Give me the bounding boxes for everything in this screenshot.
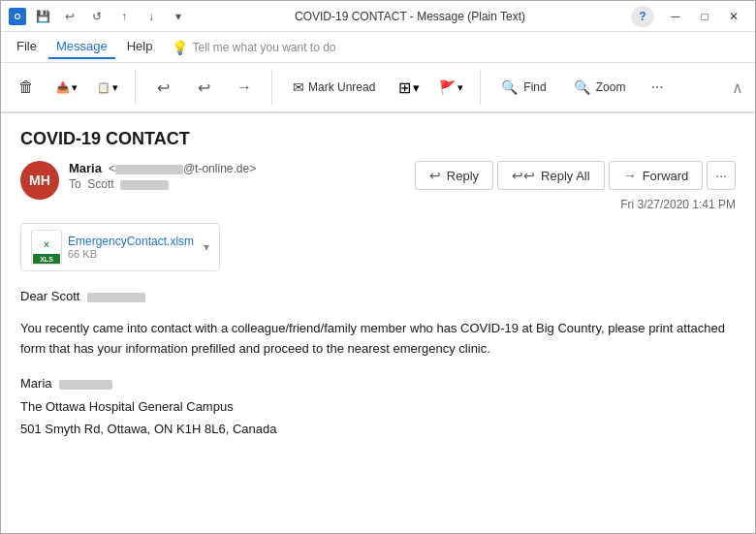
quick-access-dropdown[interactable]: ▾ [168,6,189,27]
forward-arrow-icon: → [623,168,637,183]
more-email-actions-button[interactable]: ··· [707,161,736,190]
sender-to-line: To Scott [69,177,256,191]
maximize-button[interactable]: □ [691,6,718,27]
undo-icon: ↩ [157,79,170,97]
undo-quick-btn[interactable]: ↩ [59,6,80,27]
reply-label: Reply [447,169,479,183]
mark-unread-label: Mark Unread [308,80,375,94]
redo-icon: ↩ [198,79,210,97]
reply-icon: ↩ [429,168,441,183]
email-redacted [115,165,183,174]
sender-name-line: Maria <@t-online.de> [69,161,256,175]
file-icon: XLS X [31,230,62,265]
xls-label: XLS [40,256,53,263]
outlook-icon: O [9,8,26,25]
reply-all-button[interactable]: ↩↩ Reply All [497,161,605,190]
email-greeting: Dear Scott [20,287,736,307]
help-icon: ? [631,6,654,27]
email-signature: Maria The Ottawa Hospital General Campus… [20,372,736,440]
sig-name-redacted [59,380,112,390]
minimize-button[interactable]: ─ [662,6,689,27]
move-icon: 📋 [97,81,110,94]
next-item-btn[interactable]: ↓ [141,6,162,27]
to-name-redacted [120,180,169,190]
action-buttons: ↩ Reply ↩↩ Reply All → Forward ··· [415,161,736,190]
reply-button[interactable]: ↩ Reply [415,161,493,190]
zoom-icon: 🔍 [574,79,590,95]
sender-section: MH Maria <@t-online.de> To Scott [20,161,256,200]
sig-org: The Ottawa Hospital General Campus [20,395,736,418]
archive-icon: 📥 [56,81,70,94]
sender-info: Maria <@t-online.de> To Scott [69,161,256,191]
reply-all-label: Reply All [541,169,590,183]
zoom-button[interactable]: 🔍 Zoom [563,73,637,102]
tell-me-section: 💡 Tell me what you want to do [172,40,335,55]
attachment-dropdown-arrow[interactable]: ▾ [204,240,209,254]
redo-ribbon-btn[interactable]: ↩ [186,74,221,102]
menu-file[interactable]: File [9,35,45,59]
sender-display-name: Maria [69,161,102,175]
attachment-item[interactable]: XLS X EmergencyContact.xlsm 66 KB ▾ [20,223,220,271]
archive-dropdown[interactable]: 📥 ▾ [49,77,84,99]
excel-x-icon: X [44,240,48,249]
title-bar-left: O 💾 ↩ ↺ ↑ ↓ ▾ [9,6,189,27]
prev-item-btn[interactable]: ↑ [113,6,135,27]
zoom-label: Zoom [596,80,626,94]
apps-icon: ⊞ [398,79,411,97]
ribbon-sep-1 [135,70,136,105]
ribbon-sep-2 [271,70,272,105]
apps-grid-button[interactable]: ⊞ ▾ [392,74,426,102]
to-name: Scott [87,177,113,191]
ribbon-sep-3 [480,70,481,105]
ribbon: 🗑 📥 ▾ 📋 ▾ ↩ ↩ → ✉ Mark Unread ⊞ [1,63,755,113]
attachment-icon-area: XLS X [31,230,62,265]
delete-icon: 🗑 [18,79,34,96]
to-label: To [69,177,81,191]
sender-email-display: <@t-online.de> [106,162,257,175]
window-controls: ? ─ □ ✕ [631,6,747,27]
find-icon: 🔍 [501,79,518,95]
menu-bar: File Message Help 💡 Tell me what you wan… [1,32,755,63]
reply-all-icon: ↩↩ [512,168,535,183]
menu-help[interactable]: Help [119,35,161,59]
redo-quick-btn[interactable]: ↺ [86,6,108,27]
title-bar: O 💾 ↩ ↺ ↑ ↓ ▾ COVID-19 CONTACT - Message… [1,1,755,32]
undo-ribbon-btn[interactable]: ↩ [145,74,180,102]
forward-button[interactable]: → Forward [609,161,704,190]
dropdown-arrow2: ▾ [112,81,118,94]
email-content: COVID-19 CONTACT MH Maria <@t-online.de>… [1,113,755,533]
greeting-name-redacted [87,293,145,302]
attachment-info: EmergencyContact.xlsm 66 KB [68,235,194,260]
email-date: Fri 3/27/2020 1:41 PM [620,198,736,211]
forward-ribbon-btn[interactable]: → [227,74,262,101]
attachment-name: EmergencyContact.xlsm [68,235,194,248]
menu-message[interactable]: Message [48,35,115,59]
apps-dropdown-arrow: ▾ [413,80,420,95]
outlook-window: O 💾 ↩ ↺ ↑ ↓ ▾ COVID-19 CONTACT - Message… [0,0,756,534]
sender-avatar: MH [20,161,59,200]
collapse-ribbon-button[interactable]: ∧ [728,75,747,101]
forward-label: Forward [643,169,689,183]
attachment-size: 66 KB [68,248,194,260]
email-paragraph-1: You recently came into contact with a co… [20,319,736,360]
window-title: COVID-19 CONTACT - Message (Plain Text) [189,10,631,23]
envelope-icon: ✉ [293,79,304,95]
email-body: Dear Scott You recently came into contac… [20,287,736,441]
move-dropdown[interactable]: 📋 ▾ [90,77,125,99]
flag-button[interactable]: 🚩 ▾ [432,75,470,100]
find-button[interactable]: 🔍 Find [490,73,556,102]
more-options-button[interactable]: ··· [642,72,672,103]
email-subject: COVID-19 CONTACT [20,129,736,149]
find-label: Find [523,80,546,94]
sig-addr: 501 Smyth Rd, Ottawa, ON K1H 8L6, Canada [20,418,736,440]
greeting-text: Dear Scott [20,289,79,303]
tell-me-text[interactable]: Tell me what you want to do [192,41,335,54]
email-meta: MH Maria <@t-online.de> To Scott [20,161,736,211]
close-button[interactable]: ✕ [720,6,747,27]
delete-button[interactable]: 🗑 [9,74,44,101]
save-quick-btn[interactable]: 💾 [32,6,53,27]
tell-me-icon: 💡 [172,40,188,55]
mark-unread-button[interactable]: ✉ Mark Unread [282,73,386,102]
xls-badge: XLS [33,254,60,264]
forward-icon: → [236,79,252,96]
